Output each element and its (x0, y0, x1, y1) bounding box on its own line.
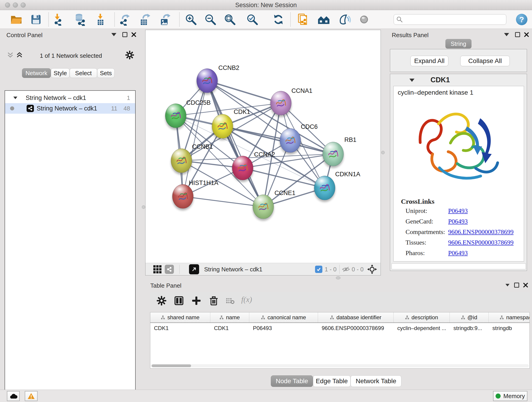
table-horizontal-scrollbar[interactable] (151, 364, 529, 367)
network-node-cdkn1a[interactable] (314, 176, 335, 200)
string-home-button[interactable] (317, 13, 330, 26)
fit-content-crosshair-icon[interactable] (367, 264, 377, 275)
status-bar: Memory (0, 390, 532, 402)
crosslink-tissues-link[interactable]: 9606.ENSP00000378699 (448, 239, 513, 246)
zoom-selected-button[interactable] (246, 13, 259, 26)
gene-section-expander-icon[interactable] (409, 79, 414, 82)
delete-table-icon[interactable] (226, 298, 235, 306)
network-node-cdk1[interactable] (212, 114, 233, 138)
protein-thumbnail-image (283, 133, 298, 148)
birdseye-grid-button[interactable] (153, 265, 162, 275)
refresh-icon (272, 13, 285, 26)
cell-database-identifier[interactable]: 9606.ENSP00000378699 (318, 323, 394, 333)
tab-style[interactable]: Style (51, 68, 70, 78)
network-node-ccna1[interactable] (270, 91, 291, 115)
cell-namespace[interactable]: stringdb (489, 323, 530, 333)
function-builder-button[interactable]: f(x) (241, 295, 252, 304)
refresh-button[interactable] (272, 13, 285, 26)
close-panel-icon[interactable] (523, 282, 528, 288)
import-network-file-button[interactable] (52, 13, 65, 26)
tab-node-table[interactable]: Node Table (271, 375, 313, 387)
tab-select[interactable]: Select (70, 68, 97, 78)
show-columns-icon[interactable] (174, 296, 184, 307)
float-panel-icon[interactable] (515, 32, 520, 37)
string-protein-query-button[interactable] (297, 13, 310, 26)
save-session-button[interactable] (29, 13, 43, 26)
network-canvas[interactable]: CCNB2CCNA1CDC25BCDK1CDC6RB1CCNB1CCNA2CDK… (146, 30, 380, 263)
float-panel-icon[interactable] (514, 283, 519, 288)
network-share-button[interactable] (165, 265, 174, 274)
column-header-namespace[interactable]: namespace (489, 313, 530, 322)
column-header-description[interactable]: description (394, 313, 450, 322)
left-splitter-handle[interactable] (142, 205, 145, 209)
column-header-shared-name[interactable]: shared name (150, 313, 210, 322)
column-header-id[interactable]: @id (450, 313, 489, 322)
glass-sphere-icon (358, 13, 370, 26)
crosslink-pharos-link[interactable]: P06493 (448, 249, 468, 257)
tree-expander-icon[interactable] (13, 96, 17, 99)
zoom-fit-button[interactable] (223, 13, 236, 26)
export-image-button[interactable] (158, 13, 172, 26)
results-scrollbar-track[interactable] (392, 263, 526, 269)
network-node-cdc25b[interactable] (165, 104, 186, 128)
collapse-panel-icon[interactable] (505, 284, 510, 286)
close-panel-icon[interactable] (131, 32, 137, 37)
tab-network-table[interactable]: Network Table (351, 375, 401, 387)
table-settings-gear-icon[interactable] (157, 296, 167, 307)
collapse-all-button[interactable]: Collapse All (460, 56, 510, 66)
crosslink-genecard-link[interactable]: P06493 (448, 218, 468, 225)
network-row-selected[interactable]: String Network – cdk1 11 48 (5, 103, 135, 114)
open-in-window-button[interactable] (189, 264, 199, 274)
tab-sets[interactable]: Sets (97, 68, 114, 78)
network-node-ccnb1[interactable] (171, 148, 192, 173)
export-network-button[interactable] (118, 13, 132, 26)
zoom-in-button[interactable] (184, 13, 197, 26)
cell-id[interactable]: stringdb:9... (450, 323, 489, 333)
export-table-button[interactable] (138, 13, 152, 26)
network-node-ccna2[interactable] (232, 156, 253, 180)
hidden-eye-slash-icon[interactable] (342, 266, 350, 274)
cloud-status-button[interactable] (7, 391, 20, 401)
network-node-ccnb2[interactable] (196, 69, 218, 93)
network-collection-row[interactable]: String Network – cdk1 1 (5, 93, 135, 103)
zoom-out-button[interactable] (204, 13, 217, 26)
column-header-name[interactable]: name (210, 313, 249, 322)
network-node-hist1h1a[interactable] (172, 184, 193, 209)
scrollbar-thumb[interactable] (152, 364, 191, 367)
network-options-gear-icon[interactable] (125, 51, 134, 61)
float-panel-icon[interactable] (122, 32, 127, 37)
network-node-rb1[interactable] (323, 142, 344, 166)
close-panel-icon[interactable] (524, 32, 529, 37)
cell-canonical-name[interactable]: P06493 (249, 323, 318, 333)
delete-column-trash-icon[interactable] (209, 296, 219, 307)
network-node-cdc6[interactable] (280, 128, 301, 153)
help-button[interactable]: ? (516, 14, 527, 25)
expand-all-button[interactable]: Expand All (410, 56, 448, 66)
hide-glass-effect-button[interactable] (338, 13, 351, 26)
open-session-button[interactable] (10, 13, 23, 26)
cell-shared-name[interactable]: CDK1 (150, 323, 210, 333)
share-icon (167, 267, 172, 272)
column-header-canonical-name[interactable]: canonical name (249, 313, 318, 322)
import-table-button[interactable] (95, 13, 108, 26)
warnings-button[interactable] (25, 391, 38, 401)
crosslink-uniprot-link[interactable]: P06493 (448, 207, 468, 215)
table-row[interactable]: CDK1 CDK1 P06493 9606.ENSP00000378699 cy… (150, 323, 530, 333)
selected-checkbox-icon[interactable] (315, 266, 322, 273)
cell-description[interactable]: cyclin–dependent ... (394, 323, 450, 333)
tab-edge-table[interactable]: Edge Table (313, 375, 351, 387)
crosslink-compartments-link[interactable]: 9606.ENSP00000378699 (448, 228, 513, 236)
network-node-ccne1[interactable] (253, 195, 274, 219)
tab-string[interactable]: String (445, 39, 472, 49)
add-column-icon[interactable] (191, 296, 201, 307)
collapse-panel-icon[interactable] (111, 33, 116, 36)
column-header-database-identifier[interactable]: database identifier (318, 313, 394, 322)
show-glass-effect-button[interactable] (357, 13, 371, 26)
tab-network[interactable]: Network (22, 68, 51, 78)
right-splitter-handle[interactable] (381, 151, 385, 154)
search-input[interactable] (403, 16, 506, 23)
memory-button[interactable]: Memory (493, 391, 527, 401)
cell-name[interactable]: CDK1 (210, 323, 249, 333)
collapse-panel-icon[interactable] (504, 33, 509, 36)
import-network-database-button[interactable] (73, 13, 87, 26)
